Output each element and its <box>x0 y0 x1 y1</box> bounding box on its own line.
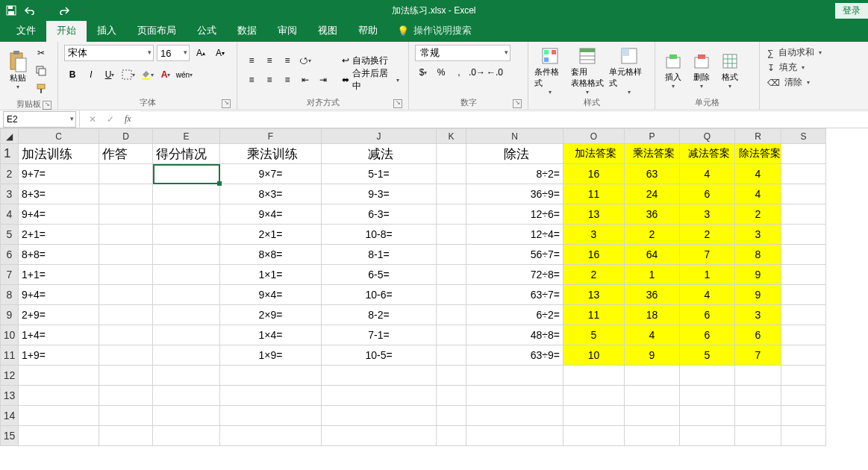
cell[interactable]: 11 <box>563 305 625 325</box>
cell[interactable] <box>466 366 563 386</box>
cell[interactable]: 63÷9= <box>466 345 563 366</box>
cell[interactable]: 6 <box>680 325 735 345</box>
table-row[interactable]: 1 加法训练 作答 得分情况 乘法训练 减法 除法 加法答案 乘法答案 减法答案… <box>1 144 826 164</box>
cell[interactable]: 10-6= <box>322 285 437 305</box>
cancel-formula-button[interactable]: ✕ <box>84 111 101 128</box>
cell[interactable]: 18 <box>625 305 680 325</box>
col-header[interactable]: F <box>220 129 322 144</box>
cell[interactable]: 10-5= <box>322 345 437 366</box>
cell[interactable]: 9+7= <box>19 164 99 184</box>
cell[interactable] <box>220 426 322 446</box>
cell[interactable] <box>781 305 826 325</box>
align-top-button[interactable]: ≡ <box>243 52 260 69</box>
undo-dropdown[interactable]: ▾ <box>40 4 54 17</box>
cell[interactable]: 6 <box>680 184 735 204</box>
table-row[interactable]: 13 <box>1 386 826 406</box>
cell[interactable] <box>99 366 153 386</box>
tab-home[interactable]: 开始 <box>46 19 87 42</box>
cell[interactable]: 36 <box>625 204 680 225</box>
table-row[interactable]: 9 2+9= 2×9= 8-2= 6÷2= 11 18 6 3 <box>1 305 826 325</box>
font-name-combo[interactable]: 宋体▾ <box>64 45 154 61</box>
row-header[interactable]: 7 <box>1 265 19 285</box>
tab-view[interactable]: 视图 <box>307 19 348 42</box>
cell[interactable]: 得分情况 <box>153 144 220 164</box>
cell[interactable] <box>735 426 781 446</box>
tab-pagelayout[interactable]: 页面布局 <box>127 19 187 42</box>
cell[interactable] <box>781 406 826 426</box>
cell[interactable] <box>99 325 153 345</box>
undo-icon[interactable] <box>22 4 36 17</box>
cell[interactable]: 16 <box>563 245 625 265</box>
tab-formulas[interactable]: 公式 <box>187 19 227 42</box>
col-header[interactable]: O <box>563 129 625 144</box>
decrease-font-button[interactable]: A▾ <box>212 45 228 61</box>
row-header[interactable]: 3 <box>1 184 19 204</box>
cell[interactable]: 10 <box>563 345 625 366</box>
cell[interactable]: 乘法训练 <box>220 144 322 164</box>
cell[interactable] <box>437 325 466 345</box>
row-header[interactable]: 12 <box>1 366 19 386</box>
cell[interactable] <box>625 426 680 446</box>
col-header[interactable]: S <box>781 129 826 144</box>
cell[interactable] <box>19 426 99 446</box>
cell[interactable]: 1×9= <box>220 345 322 366</box>
col-header[interactable]: K <box>437 129 466 144</box>
cell[interactable] <box>437 426 466 446</box>
cell[interactable] <box>153 386 220 406</box>
row-header[interactable]: 9 <box>1 305 19 325</box>
cell[interactable]: 1+1= <box>19 265 99 285</box>
table-row[interactable]: 8 9+4= 9×4= 10-6= 63÷7= 13 36 4 9 <box>1 285 826 305</box>
cell[interactable] <box>220 386 322 406</box>
cell[interactable] <box>153 345 220 366</box>
cell[interactable]: 2 <box>735 204 781 225</box>
table-row[interactable]: 5 2+1= 2×1= 10-8= 12÷4= 3 2 2 3 <box>1 225 826 245</box>
table-row[interactable]: 6 8+8= 8×8= 8-1= 56÷7= 16 64 7 8 <box>1 245 826 265</box>
cell[interactable] <box>563 426 625 446</box>
col-header[interactable]: J <box>322 129 437 144</box>
format-cells-button[interactable]: 格式▾ <box>718 51 742 90</box>
align-right-button[interactable]: ≡ <box>279 72 296 88</box>
cell[interactable]: 9×7= <box>220 164 322 184</box>
cell[interactable] <box>437 225 466 245</box>
orientation-button[interactable]: ⭯▾ <box>297 52 313 69</box>
table-row[interactable]: 7 1+1= 1×1= 6-5= 72÷8= 2 1 1 9 <box>1 265 826 285</box>
cell[interactable] <box>19 406 99 426</box>
cell[interactable] <box>220 406 322 426</box>
cell[interactable] <box>563 366 625 386</box>
cell[interactable]: 24 <box>625 184 680 204</box>
cell[interactable]: 72÷8= <box>466 265 563 285</box>
cell[interactable]: 2×1= <box>220 225 322 245</box>
worksheet-grid[interactable]: ◢ C D E F J K N O P Q R S 1 加法训练 作答 得分情况… <box>0 128 868 470</box>
table-row[interactable]: 11 1+9= 1×9= 10-5= 63÷9= 10 9 5 7 <box>1 345 826 366</box>
col-header[interactable]: Q <box>680 129 735 144</box>
cell[interactable] <box>437 164 466 184</box>
cell[interactable]: 1 <box>680 265 735 285</box>
cell[interactable] <box>437 184 466 204</box>
cell[interactable] <box>153 164 220 184</box>
font-color-button[interactable]: A▾ <box>157 66 174 83</box>
font-size-combo[interactable]: 16▾ <box>157 45 190 61</box>
col-header[interactable]: P <box>625 129 680 144</box>
autosum-button[interactable]: ∑自动求和▾ <box>767 46 822 59</box>
cell[interactable]: 9×4= <box>220 285 322 305</box>
decrease-decimal-button[interactable]: ←.0 <box>487 64 503 81</box>
cell-style-button[interactable]: 单元格样式▾ <box>609 46 649 95</box>
cell[interactable] <box>99 305 153 325</box>
border-button[interactable]: ▾ <box>120 66 137 83</box>
cell[interactable] <box>625 366 680 386</box>
cell[interactable] <box>19 366 99 386</box>
cell[interactable]: 5-1= <box>322 164 437 184</box>
font-dialog-launcher[interactable]: ↘ <box>222 99 231 108</box>
cell[interactable] <box>19 386 99 406</box>
cell[interactable]: 48÷8= <box>466 325 563 345</box>
cell[interactable]: 13 <box>563 204 625 225</box>
cell[interactable] <box>781 245 826 265</box>
cell[interactable]: 9-3= <box>322 184 437 204</box>
increase-decimal-button[interactable]: .0→ <box>469 64 485 81</box>
cell[interactable] <box>735 386 781 406</box>
col-header[interactable]: C <box>19 129 99 144</box>
tab-file[interactable]: 文件 <box>6 19 46 42</box>
cell[interactable] <box>437 366 466 386</box>
cell[interactable]: 36 <box>625 285 680 305</box>
row-header[interactable]: 13 <box>1 386 19 406</box>
